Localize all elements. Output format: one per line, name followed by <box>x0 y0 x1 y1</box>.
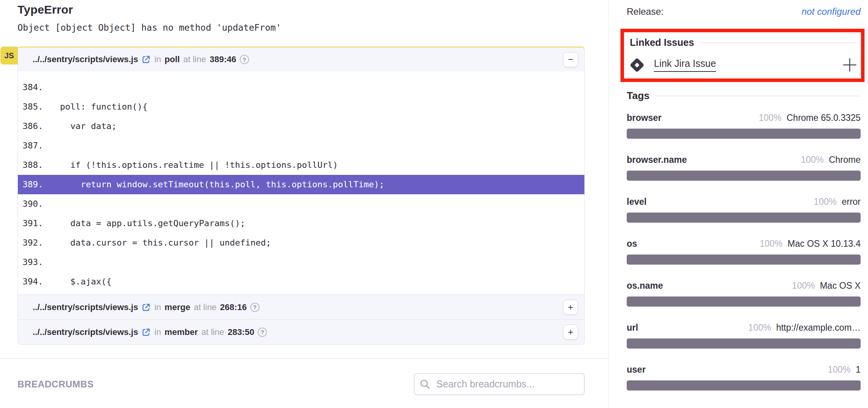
code-line: 384. <box>18 78 584 97</box>
tag-value[interactable]: Mac OS X 10.13.4 <box>788 239 861 249</box>
tag-key[interactable]: url <box>627 323 638 333</box>
line-number: 394. <box>18 272 50 291</box>
tag-head: level100%error <box>627 197 861 207</box>
tag-key[interactable]: level <box>627 197 647 207</box>
release-row: Release: not configured <box>627 6 861 17</box>
line-number: 385. <box>18 97 50 117</box>
tag-key[interactable]: browser.name <box>627 155 687 165</box>
tag-value[interactable]: Chrome 65.0.3325 <box>786 113 861 123</box>
line-number: 391. <box>18 214 50 233</box>
line-number: 389. <box>18 175 50 194</box>
code-context: 384.385. poll: function(){386. var data;… <box>18 71 584 295</box>
stack-frame-header-poll[interactable]: ../../sentry/scripts/views.js in poll at… <box>18 47 584 71</box>
add-linked-issue-button[interactable] <box>842 58 857 72</box>
breadcrumbs-search-input[interactable] <box>414 373 585 395</box>
tag-value[interactable]: Chrome <box>829 155 861 165</box>
tag-value[interactable]: http://example.com… <box>776 323 861 333</box>
line-number: 390. <box>18 194 50 214</box>
line-code: return window.setTimeout(this.poll, this… <box>50 175 584 194</box>
expand-frame-button[interactable]: + <box>563 324 578 340</box>
tag-percent: 100% <box>759 113 782 123</box>
frame-function: member <box>165 327 198 337</box>
tag-percent: 100% <box>801 155 824 165</box>
tag-head: os.name100%Mac OS X <box>627 281 861 291</box>
frame-in-label: in <box>154 54 161 65</box>
tag-value[interactable]: error <box>842 197 861 207</box>
tag-row: browser.name100%Chrome <box>627 155 861 181</box>
tag-key[interactable]: os.name <box>627 281 663 291</box>
line-code <box>50 253 584 272</box>
external-link-icon[interactable] <box>141 55 151 64</box>
tag-head: os100%Mac OS X 10.13.4 <box>627 239 861 249</box>
release-not-configured-link[interactable]: not configured <box>802 6 861 17</box>
line-code: var data; <box>50 117 584 136</box>
code-line: 387. <box>18 136 584 155</box>
frame-filename: ../../sentry/scripts/views.js <box>33 302 138 312</box>
tag-distribution-bar <box>627 171 861 181</box>
tag-distribution-fill <box>627 296 861 307</box>
external-link-icon[interactable] <box>141 328 151 337</box>
linked-issues-title: Linked Issues <box>630 37 694 48</box>
code-line: 388. if (!this.options.realtime || !this… <box>18 155 584 175</box>
tag-row: level100%error <box>627 197 861 223</box>
header-rule <box>700 42 857 43</box>
tag-distribution-fill <box>627 213 861 223</box>
platform-badge-js: JS <box>0 47 18 65</box>
tag-row: user100%1 <box>627 364 861 391</box>
tag-key[interactable]: user <box>627 364 646 375</box>
help-icon[interactable]: ? <box>240 55 249 64</box>
tag-summary: 100%1 <box>828 364 861 375</box>
tag-distribution-bar <box>627 338 861 349</box>
breadcrumbs-header: BREADCRUMBS <box>17 373 585 395</box>
frame-filename: ../../sentry/scripts/views.js <box>33 327 138 337</box>
tag-summary: 100%Mac OS X 10.13.4 <box>760 239 861 249</box>
code-line: 390. <box>18 194 584 214</box>
code-line: 393. <box>18 253 584 272</box>
plus-icon <box>842 58 857 72</box>
tag-distribution-bar <box>627 129 861 139</box>
frame-at-label: at line <box>194 302 217 312</box>
line-code <box>50 194 584 214</box>
collapse-frame-button[interactable]: − <box>563 52 578 67</box>
tag-value[interactable]: 1 <box>856 364 861 375</box>
frame-at-label: at line <box>183 54 206 65</box>
tag-distribution-fill <box>627 171 861 181</box>
tag-summary: 100%Mac OS X <box>792 281 861 291</box>
tag-list: browser100%Chrome 65.0.3325browser.name1… <box>627 113 861 391</box>
tag-percent: 100% <box>814 197 837 207</box>
breadcrumbs-title: BREADCRUMBS <box>17 379 94 390</box>
expand-frame-button[interactable]: + <box>563 300 578 315</box>
line-code: $.ajax({ <box>50 272 584 291</box>
help-icon[interactable]: ? <box>250 303 260 312</box>
stack-frame-header-merge[interactable]: ../../sentry/scripts/views.js in merge a… <box>18 295 584 319</box>
tag-distribution-bar <box>627 213 861 223</box>
breadcrumbs-search <box>414 373 585 395</box>
help-icon[interactable]: ? <box>258 328 267 337</box>
line-number: 393. <box>18 253 50 272</box>
jira-icon <box>629 58 644 72</box>
tag-row: os.name100%Mac OS X <box>627 281 861 307</box>
tag-distribution-bar <box>627 255 861 265</box>
issue-sidebar: Release: not configured Linked Issues Li… <box>608 0 868 408</box>
tag-head: browser100%Chrome 65.0.3325 <box>627 113 861 123</box>
line-number: 392. <box>18 233 50 253</box>
tag-key[interactable]: browser <box>627 113 661 123</box>
tag-head: user100%1 <box>627 364 861 375</box>
external-link-icon[interactable] <box>141 303 151 312</box>
link-jira-issue-link[interactable]: Link Jira Issue <box>654 58 716 72</box>
section-divider <box>0 358 608 359</box>
tag-summary: 100%http://example.com… <box>748 323 861 333</box>
tag-row: browser100%Chrome 65.0.3325 <box>627 113 861 139</box>
code-line: 394. $.ajax({ <box>18 272 584 291</box>
annotation-highlight-box: Linked Issues Link Jira Issue <box>620 29 865 82</box>
tag-value[interactable]: Mac OS X <box>820 281 861 291</box>
frame-filename: ../../sentry/scripts/views.js <box>33 54 138 65</box>
line-number: 387. <box>18 136 50 155</box>
stack-frame-header-member[interactable]: ../../sentry/scripts/views.js in member … <box>18 319 584 344</box>
tag-key[interactable]: os <box>627 239 637 249</box>
code-line: 392. data.cursor = this.cursor || undefi… <box>18 233 584 253</box>
line-code: if (!this.options.realtime || !this.opti… <box>50 155 584 175</box>
code-line: 385. poll: function(){ <box>18 97 584 117</box>
tags-header: Tags <box>627 90 861 102</box>
frame-line-number: 283:50 <box>228 327 254 337</box>
